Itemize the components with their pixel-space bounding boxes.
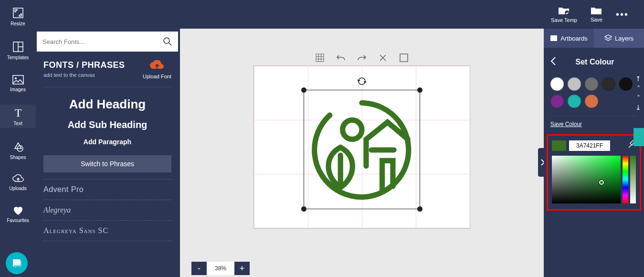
canvas-toolbar [315, 53, 409, 63]
swatch-purple[interactable] [550, 95, 564, 108]
svg-point-9 [164, 38, 169, 43]
save-temp-button[interactable]: Save Temp [551, 6, 577, 23]
cloud-upload-icon [149, 60, 165, 72]
font-item-advent-pro[interactable]: Advent Pro [43, 180, 171, 200]
text-icon: T [12, 107, 24, 119]
swatch-ltgrey[interactable] [568, 77, 581, 91]
arrow-up[interactable]: ˄ [633, 85, 643, 92]
more-menu-button[interactable]: ••• [616, 9, 629, 20]
upload-font-button[interactable]: Upload Font [143, 60, 171, 79]
rail-favourites-label: Favourites [7, 218, 29, 223]
undo-icon [336, 54, 346, 62]
switch-phrases-button[interactable]: Switch to Phrases [43, 155, 171, 172]
divider [550, 116, 637, 116]
rail-text-label: Text [13, 121, 22, 126]
arrow-down[interactable]: ˅ [633, 95, 643, 101]
save-colour-button[interactable]: Save Colour [544, 121, 644, 131]
chat-button[interactable] [6, 252, 28, 274]
grid-icon [316, 53, 324, 62]
canvas[interactable] [254, 66, 470, 228]
svg-point-6 [15, 77, 17, 79]
arrow-bottom[interactable]: ⤓ [633, 104, 643, 111]
rail-favourites[interactable]: Favourites [0, 203, 36, 225]
current-colour-preview [552, 140, 566, 151]
font-item-alegreya-sans-sc[interactable]: Alegreya Sans SC [43, 221, 171, 241]
font-list: Advent Pro Alegreya Alegreya Sans SC [37, 180, 178, 241]
rail-text[interactable]: T Text [0, 105, 36, 128]
alpha-slider[interactable] [630, 156, 636, 203]
resize-icon [12, 7, 24, 19]
svg-rect-16 [400, 54, 408, 62]
rotate-icon [357, 77, 367, 85]
side-tab[interactable] [633, 128, 644, 146]
save-label: Save [591, 17, 602, 22]
add-heading-button[interactable]: Add Heading [37, 97, 178, 112]
divider [43, 87, 171, 87]
back-button[interactable] [550, 56, 556, 68]
selection-box[interactable] [304, 90, 420, 209]
undo-button[interactable] [336, 53, 346, 63]
swatch-black[interactable] [619, 77, 633, 91]
resize-handle-tl[interactable] [301, 87, 306, 93]
rail-shapes[interactable]: Shapes [0, 138, 36, 162]
artboards-icon [550, 35, 558, 42]
rail-uploads-label: Uploads [9, 186, 27, 191]
rail-templates[interactable]: Templates [0, 39, 36, 62]
colour-picker-highlighted [547, 134, 641, 211]
font-search-input[interactable] [42, 38, 163, 45]
templates-icon [12, 41, 24, 53]
swatch-orange[interactable] [585, 95, 598, 108]
rotate-handle[interactable] [357, 77, 367, 87]
svg-rect-11 [316, 54, 324, 62]
swatch-teal[interactable] [568, 95, 581, 108]
resize-handle-bl[interactable] [301, 206, 306, 212]
rail-images[interactable]: Images [0, 73, 36, 94]
chat-icon [11, 257, 22, 269]
add-subheading-button[interactable]: Add Sub Heading [37, 119, 178, 130]
fonts-panel-title: FONTS / PHRASES [43, 60, 125, 70]
upload-font-label: Upload Font [143, 74, 171, 79]
hue-slider[interactable] [623, 156, 628, 203]
close-button[interactable] [378, 53, 388, 63]
resize-handle-br[interactable] [417, 206, 422, 212]
tab-layers[interactable]: Layers [594, 29, 644, 48]
save-temp-label: Save Temp [551, 17, 577, 23]
arrow-top[interactable]: ⤒ [633, 75, 643, 82]
tool-rail: Resize Templates Images T Text Shapes Up… [0, 0, 36, 277]
redo-button[interactable] [357, 53, 367, 63]
topbar: Save Temp Save ••• [0, 0, 644, 29]
zoom-in-button[interactable]: + [234, 262, 250, 275]
grid-toggle-button[interactable] [315, 53, 325, 63]
svg-point-0 [565, 11, 570, 15]
add-paragraph-button[interactable]: Add Paragraph [37, 138, 178, 146]
font-item-alegreya[interactable]: Alegreya [43, 200, 171, 221]
images-icon [12, 75, 24, 85]
rail-uploads[interactable]: Uploads [0, 172, 36, 193]
shapes-icon [12, 140, 24, 153]
square-icon [400, 53, 408, 62]
swatch-dark[interactable] [602, 77, 615, 91]
uploads-icon [12, 174, 24, 184]
font-search[interactable] [37, 32, 178, 52]
zoom-control: - 38% + [191, 262, 250, 275]
tab-artboards[interactable]: Artboards [544, 29, 594, 48]
saturation-value-panel[interactable] [552, 156, 621, 203]
rail-templates-label: Templates [7, 55, 29, 60]
zoom-out-button[interactable]: - [191, 262, 207, 275]
svg-rect-5 [13, 75, 23, 84]
swatch-grey[interactable] [585, 77, 598, 91]
resize-handle-tr[interactable] [417, 87, 422, 93]
svg-text:T: T [14, 107, 21, 119]
layers-icon [604, 34, 612, 42]
rail-resize[interactable]: Resize [0, 5, 36, 28]
folder-icon [591, 6, 602, 15]
fonts-panel: FONTS / PHRASES add text to the canvas U… [37, 32, 178, 277]
swatch-white[interactable] [550, 77, 564, 91]
svg-line-10 [169, 43, 171, 45]
save-button[interactable]: Save [591, 6, 602, 22]
sv-cursor[interactable] [599, 180, 604, 185]
hex-input[interactable] [569, 140, 610, 151]
canvas-area[interactable]: - 38% + [180, 29, 544, 277]
rail-images-label: Images [10, 87, 26, 92]
artboard-button[interactable] [399, 53, 409, 63]
